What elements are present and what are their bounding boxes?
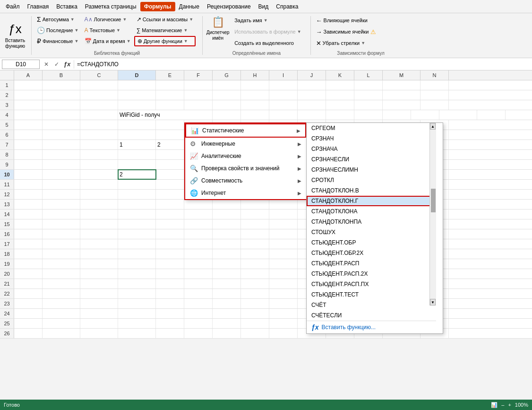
- cell-B26[interactable]: [43, 329, 80, 338]
- cell-E1[interactable]: [156, 80, 184, 90]
- col-header-b[interactable]: B: [43, 70, 80, 80]
- cell-H16[interactable]: [241, 229, 269, 239]
- cell-C7[interactable]: [80, 140, 118, 149]
- func-item-СЧЁТЕСЛИ[interactable]: СЧЁТЕСЛИ: [307, 310, 436, 321]
- cell-D22[interactable]: [118, 289, 156, 298]
- cell-B20[interactable]: [43, 269, 80, 279]
- col-header-f[interactable]: F: [184, 70, 213, 80]
- col-header-m[interactable]: M: [383, 70, 420, 80]
- cell-F2[interactable]: [184, 90, 213, 100]
- cell-C10[interactable]: [80, 170, 118, 179]
- cell-E4[interactable]: [213, 110, 241, 120]
- cell-H4[interactable]: [298, 110, 326, 120]
- cell-A10[interactable]: [14, 170, 43, 179]
- cell-C3[interactable]: [80, 100, 118, 110]
- menu-page-layout[interactable]: Разметка страницы: [81, 2, 140, 11]
- logical-button[interactable]: A∧ Логические ▼: [82, 14, 133, 25]
- cell-D16[interactable]: [118, 229, 156, 239]
- col-header-j[interactable]: J: [298, 70, 326, 80]
- cell-G19[interactable]: [213, 259, 241, 269]
- cell-C2[interactable]: [80, 90, 118, 100]
- cell-C16[interactable]: [80, 229, 118, 239]
- cell-I26[interactable]: [269, 329, 298, 338]
- cell-A7[interactable]: [14, 140, 43, 149]
- func-item-СТАНДОТКЛОН.В[interactable]: СТАНДОТКЛОН.В: [307, 185, 436, 196]
- cell-B6[interactable]: [43, 130, 80, 140]
- cell-F19[interactable]: [184, 259, 213, 269]
- cell-F18[interactable]: [184, 249, 213, 259]
- cell-D4[interactable]: WiFiGid - получ: [118, 110, 213, 120]
- cell-C1[interactable]: [80, 80, 118, 90]
- cell-D11[interactable]: [118, 180, 156, 189]
- func-item-СТОШУХ[interactable]: СТОШУХ: [307, 227, 436, 237]
- cell-H22[interactable]: [241, 289, 269, 298]
- cell-I4[interactable]: [326, 110, 354, 120]
- func-item-СРЗНАЧЕСЛИМН[interactable]: СРЗНАЧЕСЛИМН: [307, 165, 436, 175]
- cell-G13[interactable]: [213, 200, 241, 209]
- row-number-17[interactable]: 17: [0, 239, 14, 249]
- cell-C14[interactable]: [80, 209, 118, 219]
- col-header-k[interactable]: K: [326, 70, 354, 80]
- cell-E19[interactable]: [156, 259, 184, 269]
- menu-item-internet[interactable]: 🌐 Интернет ▶: [185, 187, 306, 199]
- cell-L2[interactable]: [354, 90, 383, 100]
- cell-F26[interactable]: [184, 329, 213, 338]
- cell-H14[interactable]: [241, 209, 269, 219]
- cell-G24[interactable]: [213, 309, 241, 318]
- col-header-a[interactable]: A: [14, 70, 43, 80]
- cell-E17[interactable]: [156, 239, 184, 249]
- func-item-СТЬЮДЕНТ.ТЕСТ[interactable]: СТЬЮДЕНТ.ТЕСТ: [307, 289, 436, 300]
- menu-review[interactable]: Рецензирование: [203, 2, 255, 11]
- func-item-СРЗНАЧЕСЛИ[interactable]: СРЗНАЧЕСЛИ: [307, 154, 436, 165]
- cell-I24[interactable]: [269, 309, 298, 318]
- cell-A23[interactable]: [14, 299, 43, 308]
- cell-E15[interactable]: [156, 219, 184, 229]
- cell-A14[interactable]: [14, 209, 43, 219]
- cell-D15[interactable]: [118, 219, 156, 229]
- func-item-СРГЕОМ[interactable]: СРГЕОМ: [307, 123, 436, 133]
- cell-A25[interactable]: [14, 319, 43, 328]
- cell-G3[interactable]: [213, 100, 241, 110]
- menu-item-engineering[interactable]: ⚙ Инженерные ▶: [185, 138, 306, 150]
- cell-I2[interactable]: [269, 90, 298, 100]
- cell-G1[interactable]: [213, 80, 241, 90]
- cell-B16[interactable]: [43, 229, 80, 239]
- cell-N3[interactable]: [420, 100, 449, 110]
- cell-B10[interactable]: [43, 170, 80, 179]
- row-number-11[interactable]: 11: [0, 180, 14, 189]
- cell-C17[interactable]: [80, 239, 118, 249]
- cell-E14[interactable]: [156, 209, 184, 219]
- cell-E10[interactable]: [156, 170, 184, 179]
- cell-G22[interactable]: [213, 289, 241, 298]
- row-number-12[interactable]: 12: [0, 190, 14, 199]
- row-number-18[interactable]: 18: [0, 249, 14, 259]
- cell-D20[interactable]: [118, 269, 156, 279]
- cell-A22[interactable]: [14, 289, 43, 298]
- cell-D2[interactable]: [118, 90, 156, 100]
- cell-F20[interactable]: [184, 269, 213, 279]
- cell-F4[interactable]: [241, 110, 269, 120]
- cell-A8[interactable]: [14, 150, 43, 159]
- func-item-СТЬЮДЕНТ.РАСП.2Х[interactable]: СТЬЮДЕНТ.РАСП.2Х: [307, 269, 436, 279]
- scroll-down-arrow[interactable]: ▼: [430, 299, 436, 305]
- cell-A21[interactable]: [14, 279, 43, 288]
- use-in-formula-button[interactable]: Использовать в формуле ▼: [232, 26, 303, 37]
- menu-home[interactable]: Главная: [24, 2, 53, 11]
- cell-K4[interactable]: [383, 110, 411, 120]
- cell-C15[interactable]: [80, 219, 118, 229]
- cell-I18[interactable]: [269, 249, 298, 259]
- fx-button[interactable]: ƒx: [62, 60, 72, 69]
- cell-B4[interactable]: [43, 110, 80, 120]
- remove-arrows-button[interactable]: ✕ Убрать стрелки ▼: [314, 38, 368, 48]
- cell-C19[interactable]: [80, 259, 118, 269]
- cell-G15[interactable]: [213, 219, 241, 229]
- cell-F3[interactable]: [184, 100, 213, 110]
- cell-N2[interactable]: [420, 90, 449, 100]
- cell-C5[interactable]: [80, 120, 118, 130]
- row-number-9[interactable]: 9: [0, 160, 14, 169]
- cell-M2[interactable]: [383, 90, 420, 100]
- insert-function-button[interactable]: ƒx Вставитьфункцию: [2, 14, 28, 57]
- cell-C26[interactable]: [80, 329, 118, 338]
- cell-K1[interactable]: [326, 80, 354, 90]
- menu-item-check-props[interactable]: 🔍 Проверка свойств и значений ▶: [185, 162, 306, 174]
